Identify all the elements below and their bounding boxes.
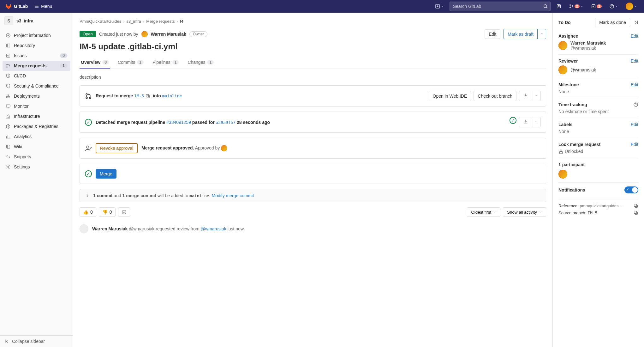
sort-dropdown[interactable]: Oldest first xyxy=(467,207,500,217)
sidebar-item-ci-cd[interactable]: CI/CD xyxy=(3,71,70,81)
add-reaction-button[interactable] xyxy=(118,207,130,217)
copy-icon[interactable] xyxy=(633,210,638,215)
top-navbar: GitLab Menu 2 2 xyxy=(0,0,644,13)
pipeline-status-button[interactable]: ✓ xyxy=(510,117,516,124)
tab-pipelines[interactable]: Pipelines1 xyxy=(151,57,180,69)
svg-point-3 xyxy=(569,5,570,6)
svg-point-17 xyxy=(86,94,87,95)
svg-point-12 xyxy=(7,64,8,65)
thumbs-up-button[interactable]: 👍 0 xyxy=(80,207,96,217)
collapse-label: Collapse sidebar xyxy=(12,339,45,344)
search-input[interactable] xyxy=(450,2,551,11)
approved-text: Merge request approved. xyxy=(141,145,194,150)
svg-point-18 xyxy=(86,97,87,99)
check-out-branch-button[interactable]: Check out branch xyxy=(474,91,516,101)
todos-shortcut[interactable]: 2 xyxy=(589,3,604,10)
help-button[interactable] xyxy=(607,3,620,10)
assignee-edit[interactable]: Edit xyxy=(631,33,638,39)
source-branch-link[interactable]: IM-5 xyxy=(134,94,144,98)
mark-as-draft-button[interactable]: Mark as draft xyxy=(504,29,537,39)
draft-dropdown-button[interactable] xyxy=(537,29,546,39)
activity-author[interactable]: Warren Marusiak xyxy=(92,226,128,231)
pipeline-time: 28 seconds ago xyxy=(237,120,270,125)
download-icon xyxy=(523,93,528,98)
breadcrumb-item[interactable]: PmmQuickStartGuides xyxy=(80,19,121,24)
issues-shortcut[interactable] xyxy=(554,3,563,10)
expand-sidebar-icon[interactable] xyxy=(633,20,638,25)
breadcrumb-item[interactable]: Merge requests xyxy=(146,19,175,24)
chevron-down-icon xyxy=(634,4,637,9)
pipeline-id-link[interactable]: #334091259 xyxy=(166,120,191,125)
reviewer-avatar-icon xyxy=(558,65,567,74)
notifications-toggle[interactable]: ✓ xyxy=(624,186,638,193)
activity-avatar-icon xyxy=(80,224,88,233)
thumbs-down-button[interactable]: 👎 0 xyxy=(99,207,116,217)
assignee-avatar-icon xyxy=(558,41,567,50)
sidebar-item-snippets[interactable]: Snippets xyxy=(3,152,70,162)
author-name[interactable]: Warren Marusiak xyxy=(151,32,186,37)
artifacts-download-button[interactable] xyxy=(519,117,532,127)
help-icon[interactable] xyxy=(633,102,638,107)
reviewer-handle[interactable]: @wmarusiak xyxy=(570,67,596,72)
chevron-right-icon[interactable] xyxy=(85,193,90,198)
modify-merge-commit-link[interactable]: Modify merge commit xyxy=(212,193,254,198)
sidebar-item-packages-registries[interactable]: Packages & Registries xyxy=(3,121,70,131)
sidebar-item-infrastructure[interactable]: Infrastructure xyxy=(3,111,70,121)
reference-label: Reference: xyxy=(558,204,579,208)
assignee-label: Assignee xyxy=(558,33,578,39)
merge-button[interactable]: Merge xyxy=(96,169,116,179)
tab-changes[interactable]: Changes1 xyxy=(186,57,215,69)
lock-edit[interactable]: Edit xyxy=(631,142,638,147)
artifacts-dropdown-button[interactable] xyxy=(532,117,541,127)
copy-icon[interactable] xyxy=(633,203,638,208)
download-icon xyxy=(523,119,528,124)
gitlab-logo[interactable]: GitLab xyxy=(5,3,28,10)
sidebar-right: To Do Mark as done AssigneeEdit Warren M… xyxy=(552,13,644,347)
reviewer-link[interactable]: @wmarusiak xyxy=(201,226,226,231)
source-branch-value: IM-5 xyxy=(587,210,597,215)
edit-button[interactable]: Edit xyxy=(485,29,500,39)
sidebar-item-issues[interactable]: Issues0 xyxy=(3,51,70,61)
download-button[interactable] xyxy=(519,91,532,101)
project-header[interactable]: S s3_infra xyxy=(0,13,73,29)
sidebar-item-wiki[interactable]: Wiki xyxy=(3,142,70,152)
tab-commits[interactable]: Commits1 xyxy=(116,57,145,69)
mr-tabs: Overview0Commits1Pipelines1Changes1 xyxy=(80,57,546,69)
svg-rect-29 xyxy=(634,211,637,214)
labels-edit[interactable]: Edit xyxy=(631,122,638,127)
reviewer-edit[interactable]: Edit xyxy=(631,58,638,64)
copy-branch-icon[interactable] xyxy=(145,94,150,99)
milestone-edit[interactable]: Edit xyxy=(631,82,638,87)
download-dropdown-button[interactable] xyxy=(532,91,541,101)
svg-point-5 xyxy=(572,6,573,7)
collapse-sidebar-button[interactable]: Collapse sidebar xyxy=(0,335,73,347)
activity-handle: @wmarusiak xyxy=(129,226,154,231)
sidebar-item-project-information[interactable]: Project information xyxy=(3,30,70,40)
open-web-ide-button[interactable]: Open in Web IDE xyxy=(429,91,471,101)
search-icon[interactable] xyxy=(543,4,548,9)
breadcrumb-item[interactable]: s3_infra xyxy=(127,19,141,24)
svg-point-1 xyxy=(544,5,546,8)
assignee-name[interactable]: Warren Marusiak xyxy=(570,40,606,46)
svg-point-4 xyxy=(569,7,570,8)
mark-as-done-button[interactable]: Mark as done xyxy=(595,18,630,27)
pipeline-sha-link[interactable]: a39a9f57 xyxy=(216,120,236,125)
main-content: PmmQuickStartGuides › s3_infra › Merge r… xyxy=(73,13,552,347)
sidebar-item-analytics[interactable]: Analytics xyxy=(3,131,70,142)
create-new-button[interactable] xyxy=(433,3,446,10)
participant-avatar-icon[interactable] xyxy=(558,170,567,179)
merge-requests-shortcut[interactable]: 2 xyxy=(567,3,585,10)
approver-avatar-icon[interactable] xyxy=(221,145,227,151)
sidebar-item-security-compliance[interactable]: Security & Compliance xyxy=(3,81,70,91)
sidebar-item-deployments[interactable]: Deployments xyxy=(3,91,70,101)
sidebar-item-settings[interactable]: Settings xyxy=(3,162,70,172)
sidebar-item-monitor[interactable]: Monitor xyxy=(3,101,70,111)
activity-filter-dropdown[interactable]: Show all activity xyxy=(503,207,546,217)
tab-overview[interactable]: Overview0 xyxy=(80,57,110,69)
revoke-approval-button[interactable]: Revoke approval xyxy=(96,143,138,153)
target-branch-link[interactable]: mainline xyxy=(162,94,182,98)
user-menu[interactable] xyxy=(624,1,639,11)
menu-button[interactable]: Menu xyxy=(32,3,55,10)
sidebar-item-merge-requests[interactable]: Merge requests1 xyxy=(3,61,70,71)
sidebar-item-repository[interactable]: Repository xyxy=(3,40,70,51)
